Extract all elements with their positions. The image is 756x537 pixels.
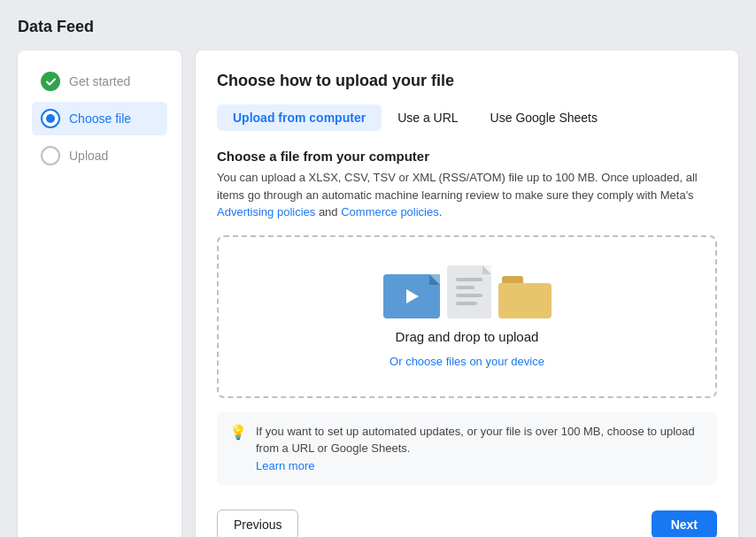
page-title: Data Feed <box>18 18 738 36</box>
previous-button[interactable]: Previous <box>217 510 298 537</box>
choose-files-link[interactable]: choose files on your device <box>405 355 544 368</box>
commerce-policies-link[interactable]: Commerce policies <box>341 205 439 219</box>
step-icon-current <box>41 109 60 128</box>
sidebar-label-choose-file: Choose file <box>69 111 131 126</box>
video-icon <box>383 274 440 318</box>
tab-computer[interactable]: Upload from computer <box>217 104 382 131</box>
sidebar-item-upload[interactable]: Upload <box>32 139 167 173</box>
sidebar-label-get-started: Get started <box>69 74 130 88</box>
advertising-policies-link[interactable]: Advertising policies <box>217 205 315 219</box>
next-button[interactable]: Next <box>652 510 717 537</box>
content-title: Choose how to upload your file <box>217 72 717 90</box>
drop-zone-sub-text: Or choose files on your device <box>390 355 544 368</box>
play-button-icon <box>403 288 420 305</box>
upload-description: You can upload a XLSX, CSV, TSV or XML (… <box>217 169 717 221</box>
step-icon-done <box>41 72 60 91</box>
footer: Previous Next <box>217 499 717 537</box>
step-icon-pending <box>41 146 60 165</box>
info-box: 💡 If you want to set up automated update… <box>217 412 717 486</box>
learn-more-link[interactable]: Learn more <box>256 459 314 472</box>
drop-zone[interactable]: Drag and drop to upload Or choose files … <box>217 235 717 398</box>
sidebar-label-upload: Upload <box>69 149 108 163</box>
sidebar-item-choose-file[interactable]: Choose file <box>32 102 167 135</box>
sidebar-item-get-started[interactable]: Get started <box>32 65 167 98</box>
sidebar: Get started Choose file Upload <box>18 50 181 537</box>
tab-sheets[interactable]: Use Google Sheets <box>474 104 613 131</box>
document-icon <box>447 265 491 318</box>
upload-section-title: Choose a file from your computer <box>217 149 717 164</box>
drop-zone-icons <box>383 265 552 318</box>
bulb-icon: 💡 <box>229 424 247 441</box>
tab-url[interactable]: Use a URL <box>382 104 474 131</box>
info-box-text: If you want to set up automated updates,… <box>256 423 705 475</box>
upload-section: Choose a file from your computer You can… <box>217 149 717 499</box>
folder-icon <box>498 276 552 318</box>
content-panel: Choose how to upload your file Upload fr… <box>196 50 738 537</box>
tabs-container: Upload from computer Use a URL Use Googl… <box>217 104 717 131</box>
drop-zone-main-text: Drag and drop to upload <box>396 329 539 344</box>
